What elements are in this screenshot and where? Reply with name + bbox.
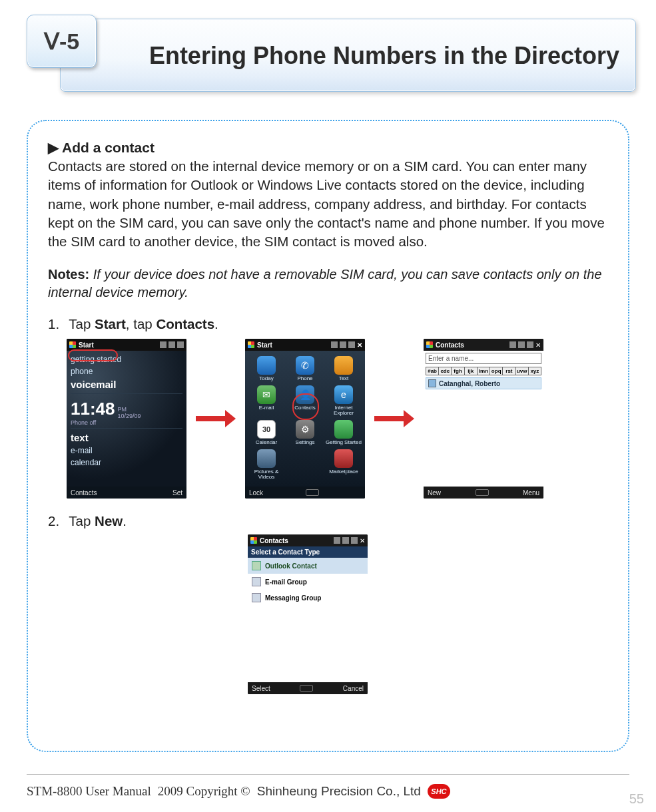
windows-icon: [248, 341, 254, 348]
section-heading: ▶ Add a contact: [48, 140, 608, 156]
close-icon: ✕: [535, 341, 541, 349]
phone-status-bar: Contacts ✕: [424, 339, 543, 351]
list-item: text: [71, 431, 182, 445]
step-text: .: [123, 513, 127, 528]
phone-status-bar: Contacts ✕: [248, 534, 368, 546]
volume-icon: [340, 341, 346, 348]
phone-softkeys: Contacts Set: [67, 487, 186, 499]
type-label: Outlook Contact: [265, 562, 317, 570]
screenshot-row-2: Contacts ✕ Select a Contact Type Outlook…: [248, 534, 608, 694]
messaging-group-icon: [252, 593, 261, 602]
app-empty: [286, 448, 324, 481]
app-label: Calendar: [256, 440, 277, 445]
alpha-index: #ab cde fgh ijk lmn opq rst uvw xyz: [426, 367, 541, 375]
status-title: Start: [79, 341, 94, 349]
keyboard-icon: [476, 489, 489, 496]
list-item: phone: [71, 365, 182, 377]
signal-icon: [509, 341, 516, 348]
screenshot-start-menu: Start ✕ Today ✆Phone Text ✉E-mail 👤Conta…: [245, 339, 365, 499]
windows-icon: [250, 537, 257, 544]
section-heading-text: Add a contact: [62, 140, 155, 155]
body-paragraph: Contacts are stored on the internal devi…: [48, 157, 608, 251]
volume-icon: [518, 341, 525, 348]
type-messaging-group: Messaging Group: [248, 590, 368, 606]
softkey-right: Menu: [523, 489, 539, 497]
highlight-ring: [68, 349, 118, 361]
footer: STM-8800 User Manual 2009 Copyright © Sh…: [27, 784, 629, 799]
screenshot-today: Start getting started phone voicemail 11…: [67, 339, 186, 499]
contact-item: Catanghal, Roberto: [426, 377, 541, 389]
phone-softkeys: Select Cancel: [248, 682, 368, 694]
app-getting-started: Getting Started: [325, 419, 362, 447]
phone-softkeys: New Menu: [424, 487, 543, 499]
alpha-tab: ijk: [465, 367, 478, 375]
windows-icon: [69, 341, 76, 348]
status-title: Start: [257, 341, 272, 349]
arrow-right-icon: [374, 409, 414, 429]
screenshot-contacts-list: Contacts ✕ Enter a name... #ab cde fgh i…: [424, 339, 543, 499]
signal-icon: [160, 341, 166, 348]
app-label: Getting Started: [326, 440, 362, 445]
app-label: Phone: [297, 376, 312, 381]
arrow-right-icon: [196, 409, 236, 429]
company-name: Shinheung Precision Co., Ltd: [257, 784, 421, 799]
clock-ampm: PM: [118, 406, 127, 413]
alpha-tab: cde: [439, 367, 452, 375]
type-outlook: Outlook Contact: [248, 558, 368, 574]
list-item: voicemail: [71, 377, 182, 391]
panel-header: Select a Contact Type: [248, 546, 368, 558]
keyboard-icon: [306, 489, 319, 496]
highlight-ring: [292, 393, 319, 420]
type-label: Messaging Group: [265, 594, 321, 602]
alpha-tab: xyz: [529, 367, 541, 375]
clock-date: 10/29/09: [118, 413, 141, 419]
step-text: .: [214, 316, 218, 331]
close-icon: ✕: [360, 537, 365, 544]
status-title: Contacts: [260, 537, 288, 544]
alpha-tab: fgh: [452, 367, 464, 375]
softkey-left: Lock: [249, 489, 263, 497]
email-icon: ✉: [257, 385, 276, 404]
company-badge: SHC: [428, 784, 450, 799]
alpha-tab: uvw: [516, 367, 529, 375]
phone-status-bar: Start ✕: [245, 339, 365, 351]
email-group-icon: [252, 577, 261, 586]
title-bar: Entering Phone Numbers in the Directory: [60, 19, 636, 92]
signal-icon: [334, 537, 340, 544]
softkey-right: Set: [172, 489, 182, 497]
app-email: ✉E-mail: [248, 384, 285, 417]
contact-list: Catanghal, Roberto: [426, 377, 541, 389]
alpha-tab: #ab: [426, 367, 439, 375]
screenshot-contact-type: Contacts ✕ Select a Contact Type Outlook…: [248, 534, 368, 694]
calendar-icon: 30: [257, 420, 276, 439]
app-marketplace: Marketplace: [325, 448, 362, 481]
app-today: Today: [248, 355, 285, 383]
app-calendar: 30Calendar: [248, 419, 285, 447]
status-title: Contacts: [436, 341, 464, 349]
battery-icon: [351, 537, 358, 544]
phone-body: Today ✆Phone Text ✉E-mail 👤Contacts eInt…: [245, 351, 365, 487]
phone-softkeys: Lock: [245, 487, 365, 499]
softkey-right: Cancel: [343, 685, 364, 692]
pictures-icon: [257, 449, 276, 468]
chapter-number: Ⅴ-5: [44, 28, 79, 55]
step-2: 2. Tap New.: [48, 513, 608, 529]
keyboard-icon: [300, 685, 313, 692]
phone-body: Enter a name... #ab cde fgh ijk lmn opq …: [424, 351, 543, 487]
step-bold: Start: [95, 316, 126, 331]
close-icon: ✕: [357, 341, 362, 349]
app-label: Text: [339, 376, 349, 381]
page-title: Entering Phone Numbers in the Directory: [149, 41, 619, 71]
settings-icon: ⚙: [296, 420, 314, 439]
app-label: Pictures & Videos: [248, 469, 285, 480]
app-pictures: Pictures & Videos: [248, 448, 285, 481]
header: Ⅴ-5 Entering Phone Numbers in the Direct…: [27, 19, 629, 92]
contact-name: Catanghal, Roberto: [439, 380, 500, 387]
app-ie: eInternet Explorer: [325, 384, 362, 417]
copyright: 2009 Copyright ©: [158, 784, 250, 799]
type-email-group: E-mail Group: [248, 574, 368, 590]
app-label: Marketplace: [329, 469, 358, 475]
page-number: 55: [629, 791, 644, 807]
step-text: Tap: [69, 316, 95, 331]
volume-icon: [342, 537, 349, 544]
